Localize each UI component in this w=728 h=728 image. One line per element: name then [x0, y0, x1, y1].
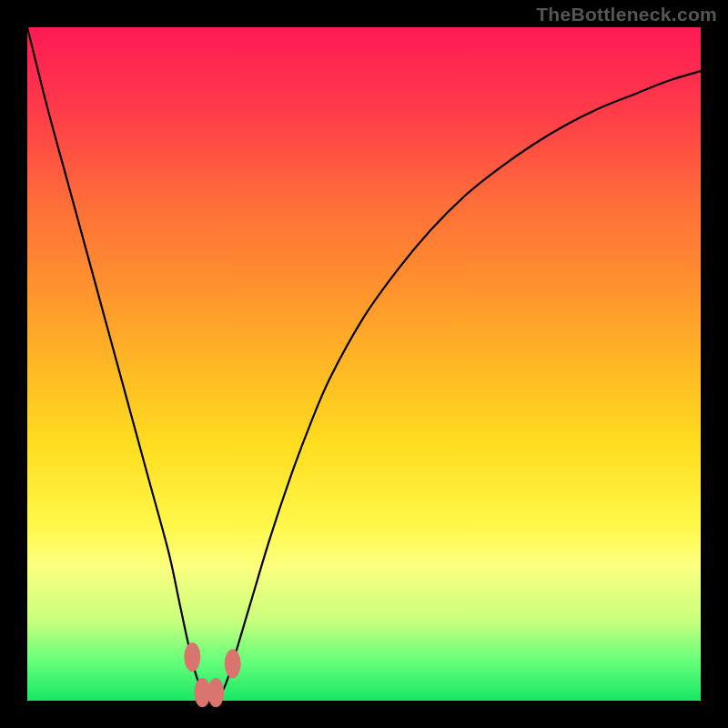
markers-group	[184, 642, 240, 707]
chart-svg	[27, 27, 701, 701]
curve-marker	[207, 678, 224, 707]
chart-frame	[27, 27, 701, 701]
bottleneck-curve	[27, 27, 701, 698]
curve-marker	[184, 642, 200, 672]
curve-marker	[225, 649, 241, 678]
watermark-text: TheBottleneck.com	[536, 4, 717, 25]
